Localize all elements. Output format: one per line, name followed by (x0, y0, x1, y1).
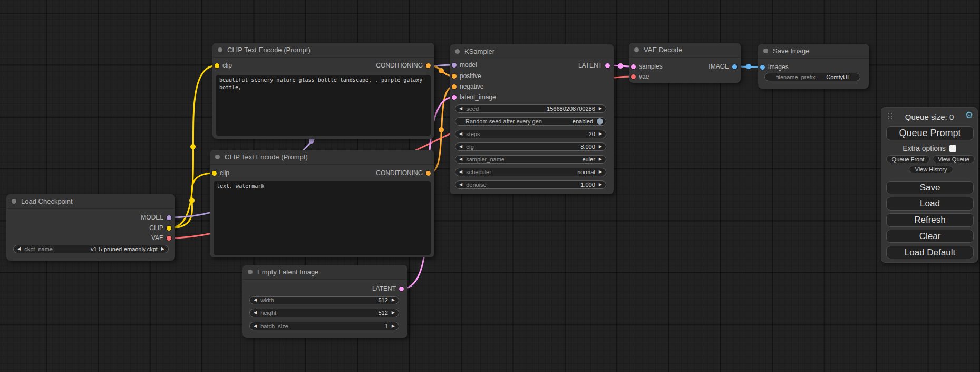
node-title-bar[interactable]: CLIP Text Encode (Prompt) (212, 43, 434, 58)
decrement-arrow-icon[interactable]: ◀ (459, 157, 462, 161)
node-title: Empty Latent Image (257, 268, 318, 276)
vae-output-dot[interactable] (167, 236, 171, 241)
node-clip-text-encode-positive[interactable]: CLIP Text Encode (Prompt) clip CONDITION… (212, 43, 434, 139)
widget-value: enabled (573, 118, 593, 125)
ckpt-name-widget[interactable]: ◀ ckpt_name v1-5-pruned-emaonly.ckpt ▶ (13, 245, 169, 253)
node-title-bar[interactable]: Empty Latent Image (242, 265, 407, 280)
increment-arrow-icon[interactable]: ▶ (599, 157, 602, 161)
collapse-dot-icon[interactable] (763, 49, 768, 53)
clip-input-dot[interactable] (212, 171, 217, 176)
collapse-dot-icon[interactable] (218, 47, 222, 52)
positive-prompt-textarea[interactable]: beautiful scenery nature glass bottle la… (216, 75, 431, 136)
decrement-arrow-icon[interactable]: ◀ (459, 145, 462, 149)
model-input-dot[interactable] (452, 63, 457, 68)
load-default-button[interactable]: Load Default (886, 246, 974, 259)
queue-prompt-button[interactable]: Queue Prompt (886, 126, 974, 140)
conditioning-output-dot[interactable] (426, 63, 431, 68)
view-history-button[interactable]: View History (909, 166, 953, 173)
widget-value: v1-5-pruned-emaonly.ckpt (91, 246, 158, 252)
refresh-button[interactable]: Refresh (886, 213, 974, 227)
decrement-arrow-icon[interactable]: ◀ (254, 311, 257, 315)
height-widget[interactable]: ◀ height 512 ▶ (249, 309, 399, 317)
toggle-knob-icon[interactable] (597, 118, 603, 125)
increment-arrow-icon[interactable]: ▶ (599, 145, 602, 149)
increment-arrow-icon[interactable]: ▶ (161, 247, 164, 251)
latent-output-dot[interactable] (605, 63, 610, 68)
decrement-arrow-icon[interactable]: ◀ (254, 324, 257, 328)
node-save-image[interactable]: Save Image images filename_prefix ComfyU… (758, 44, 869, 89)
scheduler-widget[interactable]: ◀ scheduler normal ▶ (455, 168, 606, 176)
collapse-dot-icon[interactable] (455, 49, 460, 54)
port-label: MODEL (141, 214, 163, 221)
cfg-widget[interactable]: ◀ cfg 8.000 ▶ (455, 142, 606, 151)
port-label: CONDITIONING (376, 62, 423, 69)
seed-widget[interactable]: ◀ seed 156680208700286 ▶ (455, 104, 606, 113)
node-empty-latent-image[interactable]: Empty Latent Image LATENT ◀ width 512 ▶ … (242, 265, 407, 338)
node-title: KSampler (464, 47, 494, 55)
clip-output-dot[interactable] (167, 226, 171, 231)
latent-output-dot[interactable] (399, 287, 404, 291)
random-seed-toggle-widget[interactable]: Random seed after every gen enabled (455, 117, 606, 126)
negative-input-dot[interactable] (452, 84, 457, 89)
widget-value: 512 (378, 310, 387, 316)
denoise-widget[interactable]: ◀ denoise 1.000 ▶ (455, 180, 606, 189)
collapse-dot-icon[interactable] (248, 270, 253, 274)
increment-arrow-icon[interactable]: ▶ (599, 183, 602, 187)
increment-arrow-icon[interactable]: ▶ (599, 170, 602, 174)
decrement-arrow-icon[interactable]: ◀ (459, 132, 462, 136)
vae-input-dot[interactable] (631, 74, 636, 79)
save-button[interactable]: Save (886, 181, 974, 194)
latent-image-input-dot[interactable] (452, 95, 457, 100)
node-title-bar[interactable]: VAE Decode (629, 43, 741, 58)
decrement-arrow-icon[interactable]: ◀ (17, 247, 21, 251)
steps-widget[interactable]: ◀ steps 20 ▶ (455, 130, 606, 138)
positive-input-dot[interactable] (452, 74, 457, 79)
queue-front-button[interactable]: Queue Front (886, 155, 930, 163)
width-widget[interactable]: ◀ width 512 ▶ (249, 296, 399, 304)
settings-gear-icon[interactable]: ⚙ (965, 111, 973, 120)
node-clip-text-encode-negative[interactable]: CLIP Text Encode (Prompt) clip CONDITION… (210, 150, 434, 257)
widget-label: scheduler (466, 169, 491, 175)
port-label: CLIP (149, 224, 163, 232)
widget-label: Random seed after every gen (465, 118, 542, 125)
extra-options-row: Extra options (881, 144, 977, 152)
increment-arrow-icon[interactable]: ▶ (599, 107, 602, 111)
node-title-bar[interactable]: Save Image (758, 44, 869, 59)
port-label: model (460, 61, 477, 69)
node-ksampler[interactable]: KSampler model positive negative latent_… (450, 44, 614, 194)
view-queue-button[interactable]: View Queue (933, 155, 975, 163)
image-output-dot[interactable] (732, 64, 737, 69)
filename-prefix-widget[interactable]: filename_prefix ComfyUI (764, 73, 860, 81)
model-output-dot[interactable] (167, 215, 171, 220)
increment-arrow-icon[interactable]: ▶ (392, 324, 395, 328)
decrement-arrow-icon[interactable]: ◀ (459, 107, 462, 111)
clip-input-dot[interactable] (215, 63, 219, 68)
port-label: vae (639, 73, 649, 80)
port-label: images (768, 63, 789, 71)
collapse-dot-icon[interactable] (634, 47, 639, 52)
collapse-dot-icon[interactable] (12, 199, 16, 204)
extra-options-checkbox[interactable] (949, 145, 956, 152)
node-graph-canvas[interactable]: Load Checkpoint MODEL CLIP VAE ◀ ckpt_na… (0, 0, 980, 372)
decrement-arrow-icon[interactable]: ◀ (459, 170, 462, 174)
conditioning-output-dot[interactable] (426, 171, 431, 176)
clear-button[interactable]: Clear (886, 230, 974, 243)
queue-panel: Queue size: 0 ⚙ Queue Prompt Extra optio… (881, 107, 978, 263)
negative-prompt-textarea[interactable]: text, watermark (214, 181, 431, 255)
increment-arrow-icon[interactable]: ▶ (599, 132, 602, 136)
collapse-dot-icon[interactable] (215, 155, 220, 159)
node-title-bar[interactable]: Load Checkpoint (6, 194, 175, 209)
sampler-name-widget[interactable]: ◀ sampler_name euler ▶ (455, 155, 606, 164)
increment-arrow-icon[interactable]: ▶ (392, 311, 395, 315)
decrement-arrow-icon[interactable]: ◀ (254, 298, 257, 302)
node-title-bar[interactable]: KSampler (450, 44, 614, 59)
decrement-arrow-icon[interactable]: ◀ (459, 183, 462, 187)
load-button[interactable]: Load (886, 197, 974, 211)
batch-size-widget[interactable]: ◀ batch_size 1 ▶ (249, 322, 399, 330)
samples-input-dot[interactable] (631, 64, 636, 69)
node-load-checkpoint[interactable]: Load Checkpoint MODEL CLIP VAE ◀ ckpt_na… (6, 194, 175, 261)
node-vae-decode[interactable]: VAE Decode samples vae IMAGE (629, 43, 741, 83)
node-title-bar[interactable]: CLIP Text Encode (Prompt) (210, 150, 434, 165)
images-input-dot[interactable] (760, 65, 765, 70)
increment-arrow-icon[interactable]: ▶ (392, 298, 395, 302)
